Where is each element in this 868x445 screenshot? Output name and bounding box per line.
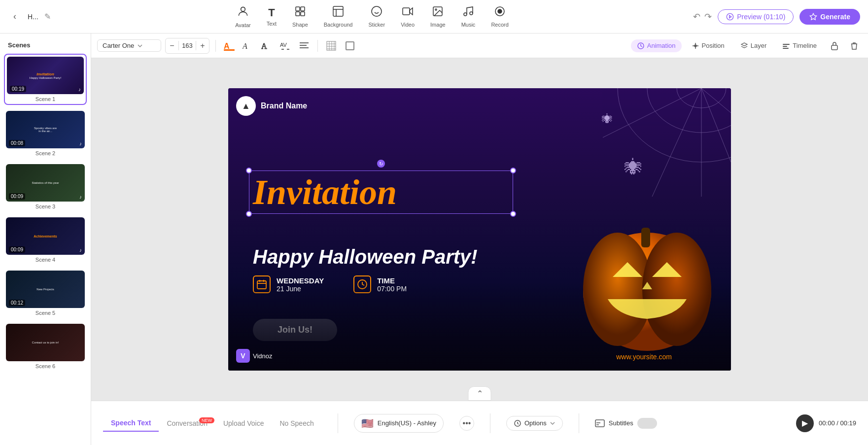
tool-background[interactable]: Background <box>318 3 359 30</box>
undo-button[interactable]: ↶ <box>693 11 700 22</box>
font-outline-btn[interactable]: A <box>259 38 274 53</box>
record-icon <box>494 5 506 20</box>
sticker-label: Sticker <box>369 22 385 28</box>
texture-btn[interactable] <box>324 38 339 53</box>
svg-rect-5 <box>333 6 343 16</box>
options-label: Options <box>524 419 547 427</box>
tool-text[interactable]: T Text <box>261 4 282 29</box>
animation-tab[interactable]: Animation <box>631 39 682 52</box>
conversation-tab[interactable]: Conversation NEW <box>159 415 215 431</box>
video-icon <box>402 5 414 20</box>
scene-6-label: Scene 6 <box>6 363 85 369</box>
toolbar-right: ↶ ↷ Preview (01:10) Generate <box>693 9 860 25</box>
spider-1: 🕷 <box>602 113 613 126</box>
timeline-tab[interactable]: Timeline <box>776 39 823 52</box>
handle-tr[interactable] <box>510 168 516 173</box>
font-spacing-btn[interactable]: AV <box>278 38 293 53</box>
speech-text-tab[interactable]: Speech Text <box>103 415 159 432</box>
toolbar-tools: Avatar T Text Shape Background Sticker <box>63 3 681 30</box>
tool-sticker[interactable]: Sticker <box>363 3 391 30</box>
collapse-button[interactable]: ⌃ <box>468 386 491 401</box>
play-button[interactable]: ▶ <box>796 414 814 432</box>
tool-video[interactable]: Video <box>395 3 420 30</box>
handle-br[interactable] <box>510 211 516 217</box>
scene-item-2[interactable]: Spooky vibes are in the air... 00:08 ♪ S… <box>4 109 87 158</box>
scene-item-1[interactable]: Invitation Happy Halloween Party! 00:19 … <box>4 54 87 105</box>
redo-button[interactable]: ↷ <box>704 11 712 22</box>
svg-rect-44 <box>832 45 837 50</box>
scene-thumb-1: Invitation Happy Halloween Party! 00:19 … <box>7 57 84 94</box>
scene-3-music: ♪ <box>79 194 82 200</box>
text-align-btn[interactable] <box>297 38 312 53</box>
scene-1-time: 00:19 <box>10 86 26 92</box>
image-label: Image <box>430 22 446 28</box>
bottom-panel: Speech Text Conversation NEW Upload Voic… <box>91 401 868 445</box>
shape-label: Shape <box>292 22 308 28</box>
back-button[interactable]: ‹ <box>8 10 22 24</box>
canvas-area: 🕷 🕷 ▲ Brand Name ↻ Invitation <box>91 58 868 401</box>
flag-icon: 🇺🇸 <box>361 417 374 429</box>
selected-text-element[interactable]: ↻ Invitation <box>253 174 509 210</box>
scene-item-6[interactable]: Contact us to join in! Scene 6 <box>4 322 87 371</box>
border-btn[interactable] <box>343 38 357 53</box>
tool-image[interactable]: Image <box>424 3 451 30</box>
tool-record[interactable]: Record <box>485 3 514 30</box>
toolbar-left: ‹ H... ✎ <box>8 10 51 24</box>
generate-button[interactable]: Generate <box>799 9 860 25</box>
scene-item-5[interactable]: New Projects 00:12 Scene 5 <box>4 269 87 318</box>
more-options-button[interactable]: ••• <box>459 416 474 431</box>
scene-5-time: 00:12 <box>9 300 25 306</box>
image-icon <box>432 5 444 20</box>
scene-5-label: Scene 5 <box>6 310 85 316</box>
svg-point-16 <box>470 12 473 15</box>
lock-button[interactable] <box>827 38 842 54</box>
no-speech-label: No Speech <box>279 419 313 427</box>
svg-line-46 <box>603 88 701 137</box>
website-url: www.yoursite.com <box>616 353 672 361</box>
no-speech-tab[interactable]: No Speech <box>272 415 321 431</box>
edit-project-icon[interactable]: ✎ <box>44 12 51 21</box>
brand-name: Brand Name <box>261 102 307 110</box>
scene-item-3[interactable]: Statistics of this year 00:09 ♪ Scene 3 <box>4 162 87 211</box>
scene-item-4[interactable]: Achievements 00:09 ♪ Scene 4 <box>4 215 87 265</box>
rotate-handle[interactable]: ↻ <box>377 160 385 168</box>
halloween-party-container: Happy Halloween Party! <box>253 241 478 269</box>
preview-label: Preview (01:10) <box>737 13 785 21</box>
subtitles-label: Subtitles <box>609 419 633 427</box>
handle-tl[interactable] <box>246 168 252 173</box>
scenes-title: Scenes <box>4 39 87 54</box>
subtitles-toggle[interactable] <box>637 418 657 429</box>
handle-bl[interactable] <box>246 211 252 217</box>
generate-label: Generate <box>820 13 850 21</box>
subtitles-control: Subtitles <box>595 418 657 429</box>
font-color-btn[interactable]: A <box>222 38 237 53</box>
record-label: Record <box>491 22 508 28</box>
music-icon <box>462 5 474 20</box>
font-selector[interactable]: Carter One <box>97 39 161 52</box>
tool-music[interactable]: Music <box>455 3 482 30</box>
position-tab[interactable]: Position <box>686 39 730 52</box>
options-button[interactable]: Options <box>506 416 563 431</box>
font-size-decrease[interactable]: − <box>166 38 178 53</box>
shape-icon <box>294 5 306 20</box>
speech-text-label: Speech Text <box>111 419 151 427</box>
preview-button[interactable]: Preview (01:10) <box>718 9 794 24</box>
tool-shape[interactable]: Shape <box>286 3 314 30</box>
upload-voice-tab[interactable]: Upload Voice <box>215 415 272 431</box>
layer-tab[interactable]: Layer <box>734 39 773 52</box>
canvas-preview[interactable]: 🕷 🕷 ▲ Brand Name ↻ Invitation <box>228 88 731 371</box>
scene-thumb-5: New Projects 00:12 <box>6 271 85 308</box>
svg-point-18 <box>498 9 502 13</box>
bottom-separator-1 <box>338 413 338 433</box>
font-size-increase[interactable]: + <box>196 38 209 53</box>
language-selector[interactable]: 🇺🇸 English(US) - Ashley <box>354 414 444 433</box>
delete-button[interactable] <box>846 38 862 54</box>
tool-avatar[interactable]: Avatar <box>229 3 257 30</box>
font-name-display: Carter One <box>103 42 134 49</box>
vidnoz-brand: V Vidnoz <box>236 349 273 363</box>
svg-rect-43 <box>783 48 789 49</box>
font-style-A[interactable]: A <box>241 38 255 53</box>
font-size-value[interactable]: 163 <box>178 41 196 50</box>
undo-redo: ↶ ↷ <box>693 11 712 22</box>
svg-point-19 <box>727 13 733 20</box>
